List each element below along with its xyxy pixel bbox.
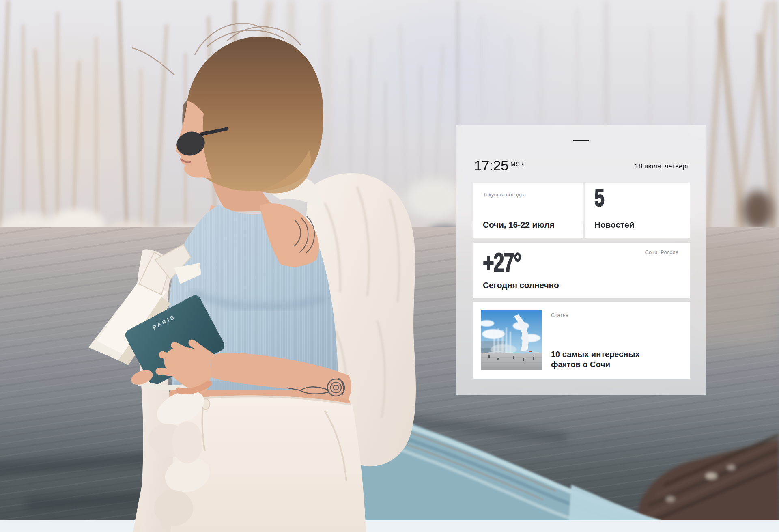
- date-label: 18 июля, четверг: [635, 162, 689, 170]
- hair: [132, 23, 323, 193]
- article-thumbnail: [481, 310, 542, 370]
- news-count: 5: [594, 185, 604, 210]
- weather-card[interactable]: +27° Сочи, Россия Сегодня солнечно: [473, 243, 690, 298]
- article-title: 10 самых интересных фактов о Сочи: [551, 349, 656, 370]
- article-card-label: Статья: [551, 312, 656, 318]
- weather-location: Сочи, Россия: [645, 249, 678, 255]
- current-trip-card[interactable]: Текущая поездка Сочи, 16-22 июля: [473, 183, 583, 238]
- widget-panel: 17:25 MSK 18 июля, четверг Текущая поезд…: [456, 125, 706, 395]
- clock-time: 17:25: [474, 157, 508, 174]
- article-card[interactable]: Статья 10 самых интересных фактов о Сочи: [473, 302, 690, 379]
- news-card-label: Новостей: [594, 220, 634, 230]
- weather-condition: Сегодня солнечно: [483, 280, 559, 290]
- trip-destination: Сочи, 16-22 июля: [483, 220, 555, 230]
- weather-temperature: +27°: [483, 249, 521, 276]
- panel-handle-icon[interactable]: [573, 140, 589, 141]
- woman: PARIS: [88, 23, 416, 532]
- trip-card-label: Текущая поездка: [483, 192, 573, 198]
- news-card[interactable]: 5 Новостей: [585, 183, 690, 238]
- wooden-pier: [634, 435, 779, 532]
- screen: PARIS: [0, 0, 779, 532]
- clock-timezone: MSK: [510, 160, 524, 167]
